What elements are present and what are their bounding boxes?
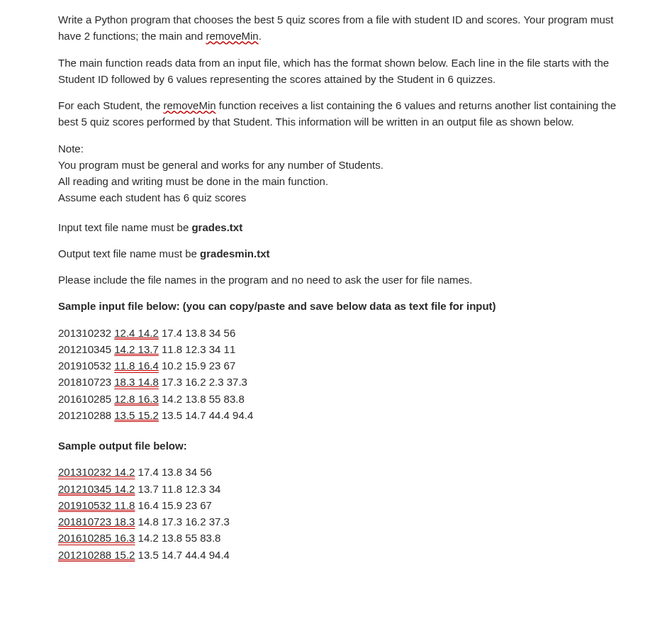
text: For each Student, the [58, 99, 163, 111]
grammar-mark: 12.8 16.3 [114, 393, 159, 405]
sample-input-heading: Sample input file below: (you can copy/p… [58, 298, 632, 314]
text: 13.5 14.7 44.4 94.4 [159, 409, 253, 421]
input-row: 201210345 14.2 13.7 11.8 12.3 34 11 [58, 341, 632, 357]
text: Input text file name must be [58, 221, 191, 233]
text: . [259, 30, 262, 42]
grammar-mark: 18.3 14.8 [114, 376, 159, 388]
text: 17.4 13.8 34 56 [135, 466, 211, 478]
input-filename-line: Input text file name must be grades.txt [58, 219, 632, 235]
text: 201810723 [58, 376, 114, 388]
text: 16.4 15.9 23 67 [135, 499, 211, 511]
text: 17.3 16.2 2.3 37.3 [159, 376, 247, 388]
grammar-mark: 201810723 18.3 [58, 515, 135, 528]
input-row: 201910532 11.8 16.4 10.2 15.9 23 67 [58, 357, 632, 374]
text: 14.2 13.8 55 83.8 [159, 393, 245, 405]
grammar-mark: 13.5 15.2 [114, 409, 159, 421]
text: 17.4 13.8 34 56 [159, 327, 235, 339]
input-row: 201610285 12.8 16.3 14.2 13.8 55 83.8 [58, 391, 632, 407]
text: 14.8 17.3 16.2 37.3 [135, 515, 229, 528]
grammar-mark: 201910532 11.8 [58, 499, 135, 511]
text: 201910532 [58, 359, 114, 372]
note-line: Assume each student has 6 quiz scores [58, 189, 632, 206]
text: 13.7 11.8 12.3 34 [135, 483, 220, 495]
sample-input-block: 201310232 12.4 14.2 17.4 13.8 34 56 2012… [58, 325, 632, 424]
spellcheck-word: removeMin [163, 99, 215, 111]
input-row: 201310232 12.4 14.2 17.4 13.8 34 56 [58, 325, 632, 341]
grammar-mark: 12.4 14.2 [114, 327, 159, 339]
sample-output-block: 201310232 14.2 17.4 13.8 34 56 201210345… [58, 464, 632, 563]
grammar-mark: 201310232 14.2 [58, 466, 135, 478]
note-line: All reading and writing must be done in … [58, 173, 632, 189]
output-row: 201210345 14.2 13.7 11.8 12.3 34 [58, 481, 632, 497]
input-row: 201810723 18.3 14.8 17.3 16.2 2.3 37.3 [58, 374, 632, 390]
filename: gradesmin.txt [200, 247, 269, 260]
input-row: 201210288 13.5 15.2 13.5 14.7 44.4 94.4 [58, 407, 632, 423]
paragraph-3: For each Student, the removeMin function… [58, 97, 632, 130]
output-row: 201610285 16.3 14.2 13.8 55 83.8 [58, 530, 632, 546]
text: 10.2 15.9 23 67 [159, 359, 235, 372]
note-heading: Note: [58, 140, 632, 157]
note-block: Note: You program must be general and wo… [58, 140, 632, 206]
text: 14.2 13.8 55 83.8 [135, 532, 220, 544]
output-row: 201910532 11.8 16.4 15.9 23 67 [58, 497, 632, 513]
paragraph-1: Write a Python program that chooses the … [58, 11, 632, 45]
text: 201310232 [58, 327, 114, 339]
text: 201210288 [58, 409, 114, 421]
paragraph-2: The main function reads data from an inp… [58, 55, 632, 88]
filename: grades.txt [191, 221, 242, 233]
grammar-mark: 14.2 13.7 [114, 343, 159, 355]
output-row: 201810723 18.3 14.8 17.3 16.2 37.3 [58, 513, 632, 530]
text: 201210345 [58, 343, 114, 355]
grammar-mark: 11.8 16.4 [114, 359, 159, 372]
output-filename-line: Output text file name must be gradesmin.… [58, 245, 632, 262]
grammar-mark: 201610285 16.3 [58, 532, 135, 544]
grammar-mark: 201210288 15.2 [58, 549, 135, 561]
grammar-mark: 201210345 14.2 [58, 483, 135, 495]
output-row: 201210288 15.2 13.5 14.7 44.4 94.4 [58, 547, 632, 563]
include-note: Please include the file names in the pro… [58, 272, 632, 288]
text: Output text file name must be [58, 247, 200, 260]
text: 201610285 [58, 393, 114, 405]
text: Write a Python program that chooses the … [58, 13, 613, 42]
text: 13.5 14.7 44.4 94.4 [135, 549, 229, 561]
spellcheck-word: removeMin [206, 30, 258, 42]
text: 11.8 12.3 34 11 [159, 343, 235, 355]
sample-output-heading: Sample output file below: [58, 437, 632, 454]
note-line: You program must be general and works fo… [58, 157, 632, 173]
output-row: 201310232 14.2 17.4 13.8 34 56 [58, 464, 632, 480]
